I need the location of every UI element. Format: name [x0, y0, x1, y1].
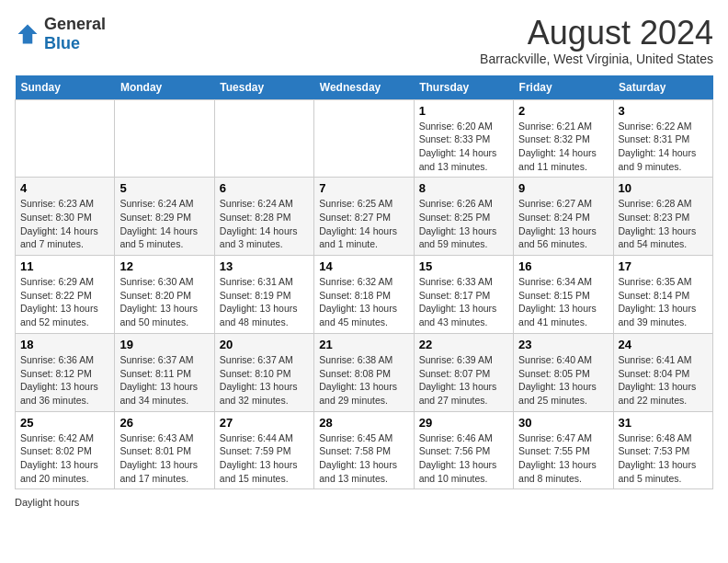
date-number: 19: [119, 338, 209, 351]
cell-content: Sunrise: 6:24 AM Sunset: 8:29 PM Dayligh…: [119, 197, 209, 251]
calendar-header: SundayMondayTuesdayWednesdayThursdayFrid…: [16, 75, 713, 100]
date-number: 12: [119, 259, 209, 273]
date-number: 26: [119, 416, 209, 430]
date-number: 4: [20, 181, 109, 195]
cell-content: Sunrise: 6:45 AM Sunset: 7:58 PM Dayligh…: [319, 431, 408, 486]
cell-content: Sunrise: 6:32 AM Sunset: 8:18 PM Dayligh…: [319, 275, 408, 329]
cell-3-4: 15Sunrise: 6:33 AM Sunset: 8:17 PM Dayli…: [414, 256, 513, 334]
cell-4-4: 22Sunrise: 6:39 AM Sunset: 8:07 PM Dayli…: [414, 333, 513, 411]
date-number: 27: [220, 416, 309, 430]
footer: Daylight hours: [15, 497, 713, 508]
header: General Blue August 2024 Barrackville, W…: [15, 15, 713, 66]
logo-icon: [15, 21, 40, 47]
cell-content: Sunrise: 6:41 AM Sunset: 8:04 PM Dayligh…: [619, 353, 708, 408]
cell-4-1: 19Sunrise: 6:37 AM Sunset: 8:11 PM Dayli…: [115, 333, 214, 411]
cell-content: Sunrise: 6:46 AM Sunset: 7:56 PM Dayligh…: [419, 431, 508, 486]
date-number: 25: [20, 416, 109, 430]
date-number: 23: [518, 338, 608, 351]
cell-content: Sunrise: 6:29 AM Sunset: 8:22 PM Dayligh…: [20, 275, 109, 329]
date-number: 31: [619, 416, 708, 430]
calendar-table: SundayMondayTuesdayWednesdayThursdayFrid…: [15, 75, 713, 490]
cell-2-6: 10Sunrise: 6:28 AM Sunset: 8:23 PM Dayli…: [613, 178, 712, 256]
cell-content: Sunrise: 6:23 AM Sunset: 8:30 PM Dayligh…: [20, 197, 109, 251]
date-number: 16: [518, 259, 608, 273]
col-header-tuesday: Tuesday: [214, 75, 313, 100]
cell-content: Sunrise: 6:30 AM Sunset: 8:20 PM Dayligh…: [119, 275, 209, 329]
cell-5-3: 28Sunrise: 6:45 AM Sunset: 7:58 PM Dayli…: [314, 411, 414, 489]
col-header-wednesday: Wednesday: [314, 75, 414, 100]
logo-blue: Blue: [44, 34, 80, 52]
date-number: 2: [518, 104, 608, 118]
cell-content: Sunrise: 6:48 AM Sunset: 7:53 PM Dayligh…: [619, 431, 708, 486]
cell-content: Sunrise: 6:26 AM Sunset: 8:25 PM Dayligh…: [419, 197, 508, 251]
cell-2-3: 7Sunrise: 6:25 AM Sunset: 8:27 PM Daylig…: [314, 178, 414, 256]
cell-content: Sunrise: 6:35 AM Sunset: 8:14 PM Dayligh…: [619, 275, 708, 329]
cell-content: Sunrise: 6:43 AM Sunset: 8:01 PM Dayligh…: [119, 431, 209, 486]
cell-1-1: [115, 99, 214, 178]
col-header-saturday: Saturday: [613, 75, 712, 100]
date-number: 8: [419, 181, 508, 195]
cell-3-5: 16Sunrise: 6:34 AM Sunset: 8:15 PM Dayli…: [514, 256, 613, 334]
cell-5-6: 31Sunrise: 6:48 AM Sunset: 7:53 PM Dayli…: [613, 411, 712, 489]
calendar-body: 1Sunrise: 6:20 AM Sunset: 8:33 PM Daylig…: [16, 99, 713, 489]
cell-1-0: [16, 99, 115, 178]
date-number: 7: [319, 181, 408, 195]
date-number: 30: [518, 416, 608, 430]
cell-3-6: 17Sunrise: 6:35 AM Sunset: 8:14 PM Dayli…: [613, 256, 712, 334]
cell-5-2: 27Sunrise: 6:44 AM Sunset: 7:59 PM Dayli…: [214, 411, 313, 489]
date-number: 24: [619, 338, 708, 351]
date-number: 9: [518, 181, 608, 195]
cell-content: Sunrise: 6:33 AM Sunset: 8:17 PM Dayligh…: [419, 275, 508, 329]
date-number: 17: [619, 259, 708, 273]
cell-5-0: 25Sunrise: 6:42 AM Sunset: 8:02 PM Dayli…: [16, 411, 115, 489]
cell-2-2: 6Sunrise: 6:24 AM Sunset: 8:28 PM Daylig…: [214, 178, 313, 256]
col-header-thursday: Thursday: [414, 75, 513, 100]
week-row-5: 25Sunrise: 6:42 AM Sunset: 8:02 PM Dayli…: [16, 411, 713, 489]
cell-2-4: 8Sunrise: 6:26 AM Sunset: 8:25 PM Daylig…: [414, 178, 513, 256]
col-header-monday: Monday: [115, 75, 214, 100]
date-number: 5: [119, 181, 209, 195]
logo: General Blue: [15, 15, 106, 53]
cell-4-6: 24Sunrise: 6:41 AM Sunset: 8:04 PM Dayli…: [613, 333, 712, 411]
cell-1-6: 3Sunrise: 6:22 AM Sunset: 8:31 PM Daylig…: [613, 99, 712, 178]
cell-content: Sunrise: 6:24 AM Sunset: 8:28 PM Dayligh…: [220, 197, 309, 251]
cell-content: Sunrise: 6:20 AM Sunset: 8:33 PM Dayligh…: [419, 120, 508, 174]
date-number: 11: [20, 259, 109, 273]
main-title: August 2024: [480, 15, 713, 52]
cell-3-1: 12Sunrise: 6:30 AM Sunset: 8:20 PM Dayli…: [115, 256, 214, 334]
cell-content: Sunrise: 6:36 AM Sunset: 8:12 PM Dayligh…: [20, 353, 109, 408]
week-row-3: 11Sunrise: 6:29 AM Sunset: 8:22 PM Dayli…: [16, 256, 713, 334]
cell-4-0: 18Sunrise: 6:36 AM Sunset: 8:12 PM Dayli…: [16, 333, 115, 411]
cell-content: Sunrise: 6:22 AM Sunset: 8:31 PM Dayligh…: [619, 120, 708, 174]
date-number: 1: [419, 104, 508, 118]
cell-2-1: 5Sunrise: 6:24 AM Sunset: 8:29 PM Daylig…: [115, 178, 214, 256]
cell-1-3: [314, 99, 414, 178]
cell-content: Sunrise: 6:37 AM Sunset: 8:10 PM Dayligh…: [220, 353, 309, 408]
date-number: 6: [220, 181, 309, 195]
cell-content: Sunrise: 6:38 AM Sunset: 8:08 PM Dayligh…: [319, 353, 408, 408]
date-number: 21: [319, 338, 408, 351]
date-number: 28: [319, 416, 408, 430]
cell-content: Sunrise: 6:39 AM Sunset: 8:07 PM Dayligh…: [419, 353, 508, 408]
date-number: 20: [220, 338, 309, 351]
logo-general: General: [44, 15, 106, 33]
cell-content: Sunrise: 6:28 AM Sunset: 8:23 PM Dayligh…: [619, 197, 708, 251]
week-row-1: 1Sunrise: 6:20 AM Sunset: 8:33 PM Daylig…: [16, 99, 713, 178]
cell-5-5: 30Sunrise: 6:47 AM Sunset: 7:55 PM Dayli…: [514, 411, 613, 489]
cell-content: Sunrise: 6:37 AM Sunset: 8:11 PM Dayligh…: [119, 353, 209, 408]
date-number: 14: [319, 259, 408, 273]
cell-1-4: 1Sunrise: 6:20 AM Sunset: 8:33 PM Daylig…: [414, 99, 513, 178]
cell-4-5: 23Sunrise: 6:40 AM Sunset: 8:05 PM Dayli…: [514, 333, 613, 411]
cell-3-3: 14Sunrise: 6:32 AM Sunset: 8:18 PM Dayli…: [314, 256, 414, 334]
title-area: August 2024 Barrackville, West Virginia,…: [480, 15, 713, 66]
cell-content: Sunrise: 6:27 AM Sunset: 8:24 PM Dayligh…: [518, 197, 608, 251]
cell-content: Sunrise: 6:31 AM Sunset: 8:19 PM Dayligh…: [220, 275, 309, 329]
cell-3-0: 11Sunrise: 6:29 AM Sunset: 8:22 PM Dayli…: [16, 256, 115, 334]
cell-content: Sunrise: 6:21 AM Sunset: 8:32 PM Dayligh…: [518, 120, 608, 174]
date-number: 29: [419, 416, 508, 430]
date-number: 22: [419, 338, 508, 351]
col-header-friday: Friday: [514, 75, 613, 100]
cell-content: Sunrise: 6:40 AM Sunset: 8:05 PM Dayligh…: [518, 353, 608, 408]
cell-3-2: 13Sunrise: 6:31 AM Sunset: 8:19 PM Dayli…: [214, 256, 313, 334]
cell-5-1: 26Sunrise: 6:43 AM Sunset: 8:01 PM Dayli…: [115, 411, 214, 489]
